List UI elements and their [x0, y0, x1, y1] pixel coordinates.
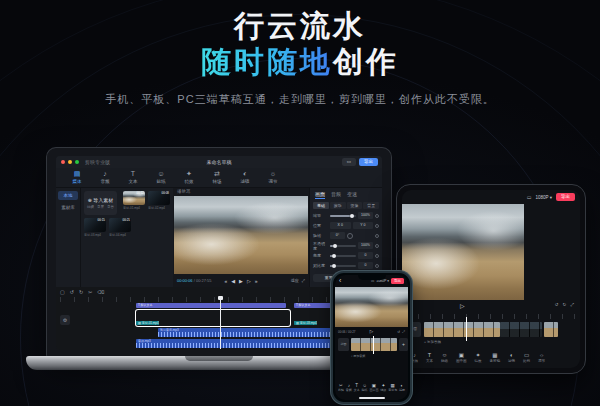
delete-icon[interactable]: ⌫ [97, 289, 104, 295]
import-action[interactable]: 拍摄 [87, 205, 94, 209]
rail-item[interactable]: 素材库 [58, 203, 78, 212]
playhead[interactable] [220, 296, 221, 349]
toolbar-item[interactable]: ☺ 贴纸 [148, 170, 174, 184]
toolbar-item[interactable]: T 文本 [120, 170, 146, 184]
contrast-slider[interactable] [330, 265, 356, 267]
fullscreen-icon[interactable]: ⤢ [302, 278, 305, 283]
play-icon[interactable]: ▷ [370, 329, 373, 334]
toolbar-item[interactable]: ▣ 画中画 [369, 383, 378, 393]
rail-item[interactable]: 本地 [58, 191, 78, 200]
resolution-select[interactable]: 1080P ▾ [536, 195, 552, 200]
toolbar-item[interactable]: ▦ 素材包 [490, 352, 501, 363]
fullscreen-icon[interactable]: ⤢ [570, 302, 574, 307]
reset-icon[interactable] [375, 214, 379, 218]
inspector-tab[interactable]: 音频 [331, 191, 341, 199]
toolbar-item[interactable]: T 文本 [426, 352, 433, 363]
scale-slider[interactable] [330, 215, 356, 217]
toolbar-item[interactable]: ☺ 贴纸 [362, 383, 368, 393]
export-button[interactable]: 导出 [391, 278, 404, 285]
home-indicator[interactable] [359, 397, 385, 399]
inspector-tab[interactable]: 变速 [347, 191, 357, 199]
export-button[interactable]: 导出 [556, 193, 575, 201]
video-clip[interactable]: ▤ 素材-01.mp4 [136, 310, 290, 326]
maximize-window-icon[interactable] [75, 160, 79, 164]
inspector-subtab[interactable]: 背景 [363, 202, 379, 209]
contrast-value[interactable]: 0 [358, 262, 373, 269]
playhead[interactable] [466, 317, 467, 341]
toolbar-item[interactable]: ☺ 贴纸 [441, 352, 448, 363]
position-x-value[interactable]: X 0 [330, 222, 351, 229]
playhead[interactable] [373, 336, 374, 354]
media-clip[interactable]: 00:12 素材-01.mp4 [123, 191, 145, 215]
cast-button[interactable]: ▭ [342, 158, 356, 166]
inspector-subtab[interactable]: 抠像 [347, 202, 363, 209]
toolbar-item[interactable]: ▤ 媒体 [64, 170, 90, 184]
toolbar-item[interactable]: ☼ 调节 [260, 170, 286, 184]
play-icon[interactable]: ▷ [460, 302, 465, 309]
toolbar-item[interactable]: ▣ 画中画 [456, 352, 467, 363]
media-clip[interactable]: 00:21 素材-04.mp4 [109, 218, 131, 237]
position-y-value[interactable]: Y 0 [353, 222, 374, 229]
minimize-window-icon[interactable] [68, 160, 72, 164]
brightness-slider[interactable] [330, 255, 356, 257]
close-window-icon[interactable] [61, 160, 65, 164]
step-back-icon[interactable]: ◀ [231, 278, 235, 284]
fit-select[interactable]: 适应 [291, 278, 299, 283]
add-audio-button[interactable]: + 添加音频 [424, 340, 441, 344]
toolbar-item[interactable]: ✦ 特效 [475, 352, 482, 363]
toolbar-item[interactable]: ◐ 滤镜 [508, 352, 515, 363]
toolbar-item[interactable]: ◐ 滤镜 [232, 170, 258, 184]
reset-icon[interactable] [375, 244, 379, 248]
brightness-value[interactable]: 0 [358, 252, 373, 259]
toolbar-item[interactable]: ✂ 剪辑 [338, 383, 344, 393]
timeline-ruler[interactable] [406, 314, 576, 319]
toolbar-item[interactable]: ♪ 音频 [92, 170, 118, 184]
inspector-subtab[interactable]: 基础 [313, 202, 329, 209]
text-clip[interactable]: T 默认文本 [136, 303, 286, 308]
opacity-value[interactable]: 100% [358, 242, 373, 249]
toolbar-item[interactable]: ✦ 特效 [176, 170, 202, 184]
split-icon[interactable]: ✂ [88, 289, 92, 295]
toolbar-item[interactable]: ♪ 音频 [346, 383, 352, 393]
cover-setting[interactable]: 封面 [338, 338, 349, 351]
undo-icon[interactable]: ↺ [70, 289, 74, 295]
select-tool-icon[interactable]: ▢ [60, 289, 65, 295]
reset-icon[interactable] [375, 254, 379, 258]
rotate-dial[interactable] [347, 233, 353, 239]
inspector-subtab[interactable]: 蒙版 [330, 202, 346, 209]
redo-icon[interactable]: ↻ [79, 289, 83, 295]
media-clip[interactable]: 00:08 素材-02.mp4 [148, 191, 170, 215]
rotate-value[interactable]: 0° [330, 232, 345, 239]
reset-icon[interactable] [375, 234, 379, 238]
undo-icon[interactable]: ↺ [555, 302, 559, 307]
toolbar-item[interactable]: ✦ 特效 [380, 383, 386, 393]
toolbar-item[interactable]: ▦ 素材包 [388, 383, 397, 393]
export-button[interactable]: 导出 [359, 158, 378, 166]
opacity-slider[interactable] [330, 245, 356, 247]
import-action[interactable]: 录屏 [97, 205, 104, 209]
reset-icon[interactable] [375, 224, 379, 228]
import-card[interactable]: ⊕ 导入素材 拍摄录屏录音 [84, 191, 117, 215]
toolbar-item[interactable]: ♪ 音频 [411, 352, 418, 363]
video-clip[interactable] [500, 322, 542, 337]
scale-value[interactable]: 100% [358, 212, 373, 219]
video-clip[interactable] [351, 338, 397, 351]
add-clip-button[interactable]: + [399, 338, 408, 351]
next-frame-icon[interactable]: » [255, 278, 258, 284]
video-clip[interactable] [544, 322, 558, 337]
toolbar-item[interactable]: ◐ 滤镜 [399, 383, 405, 393]
import-action[interactable]: 录音 [107, 205, 114, 209]
step-forward-icon[interactable]: ▷ [247, 278, 251, 284]
video-clip[interactable] [424, 322, 500, 337]
prev-frame-icon[interactable]: « [224, 278, 227, 284]
fullscreen-icon[interactable]: ⤢ [402, 330, 405, 334]
add-audio-button[interactable]: ♪ 添加音频 [351, 354, 365, 358]
inspector-tab[interactable]: 画面 [315, 191, 325, 199]
undo-icon[interactable]: ↺ [397, 330, 400, 334]
toolbar-item[interactable]: ▭ 比例 [523, 352, 530, 363]
toolbar-item[interactable]: ☼ 调节 [538, 352, 545, 363]
redo-icon[interactable]: ↻ [563, 302, 567, 307]
toolbar-item[interactable]: ⇄ 转场 [204, 170, 230, 184]
play-icon[interactable]: ▶ [239, 278, 243, 284]
track-options-icon[interactable]: ⚙ [60, 315, 70, 325]
